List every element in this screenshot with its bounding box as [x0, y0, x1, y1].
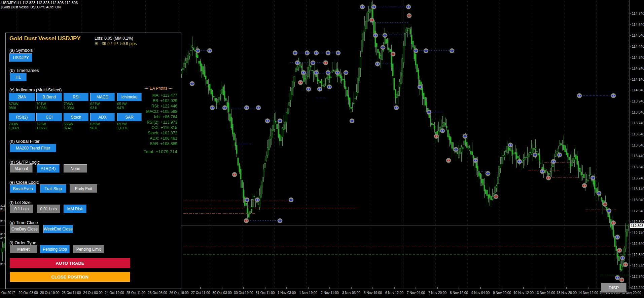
time-tick-label: 9 Oct 2017	[0, 291, 15, 295]
trade-marker	[306, 87, 311, 91]
close-position-button[interactable]: CLOSE POSITION	[10, 272, 130, 282]
trade-marker	[620, 256, 625, 260]
time-tick-label: 9 Nov 04:00	[471, 291, 490, 295]
trade-marker	[611, 93, 616, 98]
btn-pending-stop[interactable]: Pending Stop	[40, 245, 70, 253]
trade-marker	[434, 134, 439, 139]
time-tick-label: 1 Nov 03:00	[278, 291, 296, 295]
section-label: (e) Close Logic	[9, 180, 39, 185]
trade-marker	[278, 119, 282, 123]
trade-marker	[327, 85, 332, 89]
section-label: (g) Time Close	[9, 220, 38, 225]
section-label: (h) Global Filter	[9, 139, 40, 144]
trade-ticket-label: #16	[0, 232, 5, 236]
mt4-chart-window: USDJPY,H1 112.823 112.823 112.803 112.80…	[0, 0, 644, 298]
trade-marker	[256, 105, 261, 110]
trade-marker	[446, 158, 451, 163]
trade-marker	[369, 18, 374, 23]
trade-marker	[603, 202, 607, 207]
btn-atr-14-[interactable]: ATR(14)	[37, 164, 60, 173]
trade-marker	[540, 169, 545, 174]
btn-breakeven[interactable]: BreakEven	[10, 184, 36, 193]
btn-cci[interactable]: CCI	[36, 113, 62, 121]
lots-info: Lots: 0.05 (MM 0.1%)	[95, 36, 133, 41]
trade-marker	[381, 45, 385, 50]
ea-profit-row: MACD: +105,588	[140, 109, 177, 114]
btn-pending-limit[interactable]: Pending Limit	[73, 245, 104, 253]
indicator-stats: 708W1,036L	[64, 102, 75, 110]
trade-marker	[557, 153, 562, 157]
trade-marker	[591, 176, 595, 180]
trade-marker	[245, 198, 249, 202]
section-label: (f) Lot Size	[9, 200, 31, 205]
btn-h1[interactable]: H1	[10, 73, 27, 81]
btn-rsi[interactable]: RSI	[64, 93, 88, 101]
trade-marker	[407, 13, 412, 18]
trade-marker	[207, 48, 212, 53]
time-tick-label: 3 Nov 19:00	[364, 291, 382, 295]
btn-oneday-close[interactable]: OneDay Close	[10, 225, 39, 233]
trade-marker	[323, 60, 328, 65]
time-tick-label: 9 Nov 20:00	[493, 291, 511, 295]
trade-marker	[473, 158, 478, 163]
trade-marker	[326, 70, 330, 75]
panel-title: Gold Dust Vessel USDJPY	[9, 35, 81, 42]
btn-none[interactable]: None	[64, 164, 87, 173]
time-tick-label: 25 Oct 11:00	[127, 291, 146, 295]
time-tick-label: 3 Nov 03:00	[342, 291, 360, 295]
btn-weekend-close[interactable]: WeekEnd Close	[43, 225, 73, 233]
btn-0-01-lots[interactable]: 0.01 Lots	[37, 205, 60, 213]
trade-marker	[597, 191, 601, 196]
trade-marker	[293, 51, 297, 55]
ea-profit-row: RSI: +122,446	[140, 103, 177, 109]
trade-marker	[486, 171, 490, 176]
btn-market[interactable]: Market	[10, 245, 37, 253]
trade-marker	[494, 194, 498, 199]
trade-marker	[454, 147, 458, 152]
trade-marker	[314, 70, 319, 75]
time-tick-label: 8 Nov 12:00	[450, 291, 468, 295]
time-tick-label: 31 Oct 11:00	[256, 291, 275, 295]
time-tick-label: 6 Nov 12:00	[385, 291, 403, 295]
trade-marker	[244, 105, 249, 110]
btn-early-exit[interactable]: Early Exit	[70, 184, 97, 193]
indicator-stats: 627W931L	[90, 102, 100, 110]
time-tick-label: 20 Oct 19:00	[40, 291, 59, 295]
trade-marker	[244, 218, 249, 223]
btn-ichimoku[interactable]: Ichimoku	[117, 93, 142, 101]
btn-trail-stop[interactable]: Trail Stop	[40, 184, 66, 193]
trade-marker	[375, 61, 380, 66]
btn-macd[interactable]: MACD	[90, 93, 115, 101]
trade-marker	[427, 110, 431, 115]
time-tick-label: 13 Nov 04:00	[535, 291, 555, 295]
trade-marker	[311, 60, 315, 65]
time-tick-label: 7 Nov 04:00	[407, 291, 425, 295]
btn-rsi-2-[interactable]: RSI(2)	[9, 113, 35, 121]
ea-profit-row: Ichi: +86,764	[140, 114, 177, 120]
time-tick-label: 24 Oct 03:00	[83, 291, 102, 295]
trade-marker	[391, 52, 395, 56]
btn-ma200-trend-filter[interactable]: MA200 Trend Filter	[10, 144, 56, 152]
btn-mm-risk[interactable]: MM Risk	[64, 205, 86, 213]
btn-adx[interactable]: ADX	[90, 113, 115, 121]
trade-marker	[195, 48, 200, 53]
btn-manual[interactable]: Manual	[10, 164, 33, 173]
trade-marker	[335, 70, 340, 75]
trade-marker	[463, 134, 467, 139]
section-label: (i) Order Type	[9, 240, 36, 245]
btn-2ma[interactable]: 2MA	[9, 93, 35, 101]
btn-sar[interactable]: SAR	[117, 113, 142, 121]
btn-b-band[interactable]: B.Band	[36, 93, 62, 101]
btn-0-1-lots[interactable]: 0.1 Lots	[10, 205, 33, 213]
disp-button[interactable]: DISP	[601, 283, 627, 293]
trade-marker	[615, 275, 620, 280]
btn-stoch[interactable]: Stoch	[64, 113, 88, 121]
auto-trade-button[interactable]: AUTO TRADE	[10, 258, 130, 268]
current-price-tag: 112.803	[630, 223, 644, 228]
trade-marker	[326, 51, 330, 55]
trade-marker	[314, 51, 319, 55]
indicator-stats: 636W974L	[64, 122, 73, 130]
btn-usdjpy[interactable]: USDJPY	[9, 53, 32, 62]
indicator-stats: 723W1,027L	[36, 122, 48, 130]
trade-marker	[617, 248, 622, 253]
